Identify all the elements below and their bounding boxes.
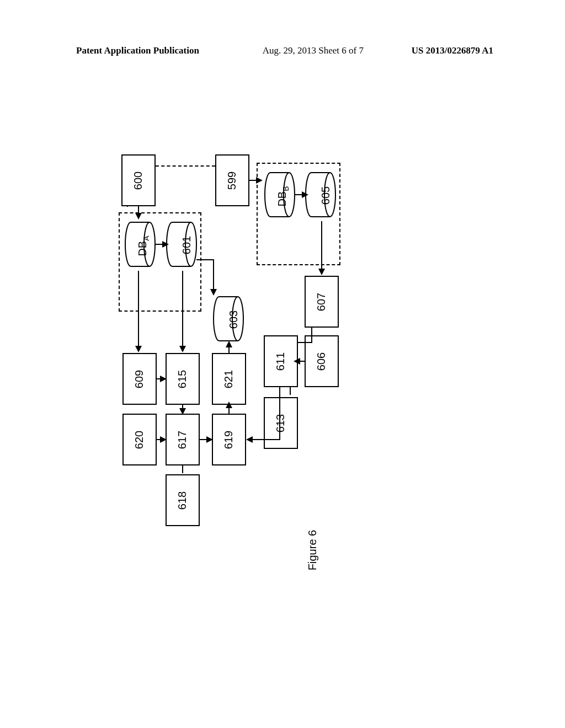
arrow-head — [226, 341, 232, 347]
arrow-head — [302, 191, 308, 198]
dash-600-599 — [156, 165, 215, 167]
arrow-head — [206, 436, 213, 443]
label-609: 609 — [134, 370, 146, 388]
label-599: 599 — [226, 171, 239, 189]
header-mid: Aug. 29, 2013 Sheet 6 of 7 — [263, 45, 364, 56]
arrow — [182, 271, 183, 348]
label-606: 606 — [316, 352, 328, 370]
dash — [127, 206, 128, 207]
box-617: 617 — [166, 414, 200, 465]
db-605-label: 605 — [319, 186, 332, 205]
arrow-head — [135, 213, 142, 220]
db-601: 601 — [166, 218, 198, 271]
arrow-head — [135, 346, 142, 352]
label-621: 621 — [223, 370, 236, 388]
db-605: 605 — [305, 168, 337, 221]
arrow-head — [162, 241, 169, 248]
arrow-head — [179, 346, 186, 352]
arrow-head — [160, 376, 167, 382]
arrow-head — [294, 358, 300, 365]
arrow-head — [160, 436, 167, 443]
box-600: 600 — [121, 154, 156, 206]
label-617: 617 — [177, 430, 189, 448]
arrow-head — [226, 402, 232, 408]
arrow — [196, 259, 214, 260]
label-600: 600 — [132, 171, 145, 189]
page-header: Patent Application Publication Aug. 29, … — [0, 45, 565, 56]
header-left: Patent Application Publication — [76, 45, 199, 56]
arrow — [279, 387, 280, 439]
arrow — [311, 328, 312, 343]
box-606: 606 — [305, 335, 339, 387]
box-620: 620 — [122, 414, 157, 465]
label-619: 619 — [223, 430, 236, 448]
arrow-head — [318, 269, 325, 275]
box-621: 621 — [212, 353, 246, 405]
db-a: DBA — [124, 218, 156, 271]
box-618: 618 — [166, 474, 200, 526]
box-611: 611 — [264, 335, 298, 387]
box-615: 615 — [166, 353, 200, 405]
figure-caption: Figure 6 — [306, 530, 319, 570]
label-620: 620 — [134, 430, 146, 448]
label-615: 615 — [177, 370, 189, 388]
label-613: 613 — [275, 414, 287, 432]
arrow — [213, 259, 214, 291]
arrow — [290, 387, 291, 395]
arrow-head — [256, 177, 263, 184]
arrow-head — [210, 289, 217, 296]
box-599: 599 — [215, 154, 249, 206]
box-609: 609 — [122, 353, 157, 405]
arrow — [138, 271, 139, 348]
db-b-label: DBB — [276, 186, 290, 206]
arrow — [252, 439, 280, 440]
diagram-canvas: Patent Application Publication Aug. 29, … — [0, 0, 565, 728]
label-607: 607 — [316, 292, 328, 311]
box-613: 613 — [264, 397, 298, 449]
box-607: 607 — [305, 276, 339, 328]
arrow-head — [179, 408, 186, 415]
arrow-head — [246, 436, 253, 443]
db-603-label: 603 — [227, 311, 240, 329]
db-a-label: DBA — [136, 235, 151, 256]
db-b: DBB — [264, 168, 296, 221]
arrow — [297, 342, 312, 343]
label-611: 611 — [275, 352, 287, 370]
db-601-label: 601 — [180, 236, 193, 254]
arrow — [321, 221, 322, 271]
db-603: 603 — [212, 292, 244, 345]
arrow — [182, 465, 183, 473]
label-618: 618 — [177, 491, 189, 509]
box-619: 619 — [212, 414, 246, 465]
header-right: US 2013/0226879 A1 — [412, 45, 493, 56]
